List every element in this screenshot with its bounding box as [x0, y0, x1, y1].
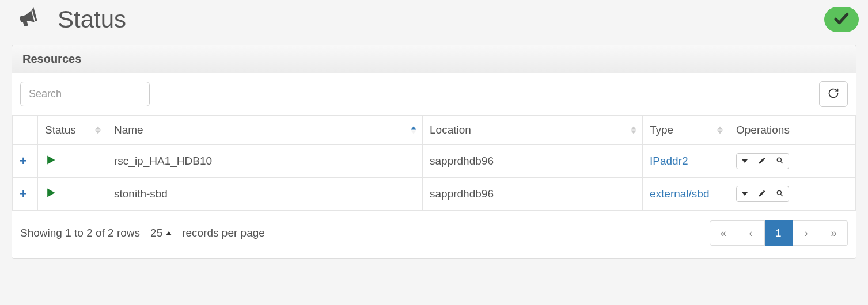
page-title: Status	[58, 6, 126, 33]
pagination-first[interactable]: «	[710, 220, 737, 246]
page-size-select[interactable]: 25	[150, 227, 172, 239]
column-name-label: Name	[114, 124, 143, 136]
cell-location: sapprdhdb96	[423, 145, 643, 178]
panel-heading: Resources	[12, 45, 856, 73]
cell-name: rsc_ip_HA1_HDB10	[107, 145, 423, 178]
row-menu-button[interactable]	[736, 186, 753, 202]
page-size-value: 25	[150, 227, 162, 239]
svg-marker-3	[47, 188, 55, 197]
svg-point-4	[777, 190, 781, 195]
refresh-icon	[828, 87, 839, 101]
cluster-health-badge[interactable]	[824, 7, 859, 32]
pencil-icon	[758, 188, 766, 200]
sort-asc-icon	[411, 127, 416, 134]
sort-icon	[717, 127, 723, 134]
svg-line-5	[780, 194, 782, 196]
column-expand	[13, 116, 38, 145]
svg-point-1	[777, 158, 781, 162]
sort-icon	[631, 127, 636, 134]
pagination-next[interactable]: ›	[793, 220, 820, 246]
row-details-button[interactable]	[771, 153, 789, 169]
row-details-button[interactable]	[771, 186, 789, 202]
caret-up-icon	[166, 231, 172, 235]
column-operations-label: Operations	[736, 124, 790, 136]
pagination: « ‹ 1 › »	[710, 220, 848, 246]
svg-line-2	[780, 161, 782, 163]
column-status-label: Status	[45, 124, 76, 136]
pencil-icon	[758, 155, 766, 167]
column-status[interactable]: Status	[38, 116, 107, 145]
pagination-page-1[interactable]: 1	[765, 220, 793, 246]
column-location-label: Location	[430, 124, 471, 136]
pagination-last[interactable]: »	[820, 220, 848, 246]
row-edit-button[interactable]	[753, 153, 771, 169]
pagination-prev[interactable]: ‹	[737, 220, 765, 246]
check-icon	[833, 10, 850, 29]
resources-table: Status Name Location	[12, 115, 856, 211]
row-edit-button[interactable]	[753, 186, 771, 202]
column-location[interactable]: Location	[423, 116, 643, 145]
expand-row-button[interactable]: +	[20, 154, 27, 168]
magnify-icon	[776, 155, 784, 167]
expand-row-button[interactable]: +	[20, 186, 27, 201]
column-name[interactable]: Name	[107, 116, 423, 145]
cell-name: stonith-sbd	[107, 178, 423, 211]
column-operations: Operations	[729, 116, 856, 145]
pagination-summary: Showing 1 to 2 of 2 rows	[20, 227, 140, 239]
records-per-page-label: records per page	[182, 227, 265, 239]
svg-marker-0	[47, 155, 55, 164]
sort-icon	[95, 127, 101, 134]
column-type-label: Type	[650, 124, 673, 136]
magnify-icon	[776, 188, 784, 200]
refresh-button[interactable]	[819, 81, 848, 107]
search-input[interactable]	[20, 82, 150, 106]
table-row: +rsc_ip_HA1_HDB10sapprdhdb96IPaddr2	[13, 145, 856, 178]
table-row: +stonith-sbdsapprdhdb96external/sbd	[13, 178, 856, 211]
row-menu-button[interactable]	[736, 153, 753, 169]
column-type[interactable]: Type	[643, 116, 729, 145]
running-icon	[45, 156, 56, 168]
cell-type-link[interactable]: IPaddr2	[650, 155, 688, 167]
caret-down-icon	[742, 159, 748, 163]
cell-type-link[interactable]: external/sbd	[650, 188, 710, 200]
bullhorn-icon	[16, 6, 40, 33]
resources-panel: Resources Status	[12, 45, 856, 259]
running-icon	[45, 189, 56, 201]
caret-down-icon	[742, 192, 748, 196]
cell-location: sapprdhdb96	[423, 178, 643, 211]
